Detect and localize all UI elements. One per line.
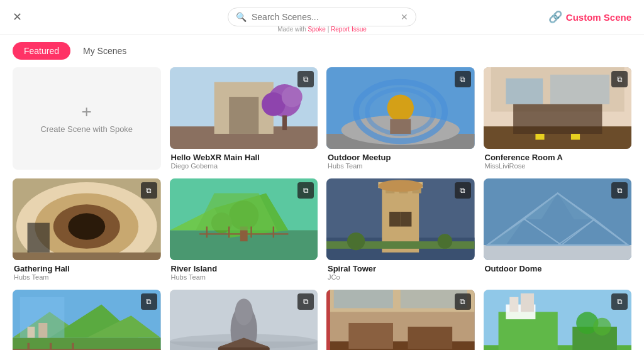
svg-rect-93	[408, 327, 453, 349]
svg-rect-78	[72, 343, 74, 350]
create-scene-card[interactable]: + Create Scene with Spoke	[13, 67, 161, 170]
tab-featured[interactable]: Featured	[13, 42, 70, 60]
svg-rect-19	[550, 75, 609, 104]
create-plus-icon: +	[82, 103, 92, 121]
scene-thumbnail: ⧉	[170, 290, 318, 350]
search-clear-icon[interactable]: ✕	[401, 12, 408, 22]
svg-point-29	[68, 213, 105, 239]
create-scene-label: Create Scene with Spoke	[40, 124, 133, 134]
svg-rect-18	[506, 79, 543, 104]
search-input[interactable]	[252, 12, 401, 22]
spoke-link[interactable]: Spoke	[308, 26, 326, 33]
scene-card[interactable]: ⧉	[326, 290, 475, 350]
scene-thumbnail: ⧉	[326, 67, 475, 149]
svg-point-56	[347, 232, 365, 250]
svg-rect-100	[520, 293, 533, 312]
header: ✕ 🔍 ✕ Made with Spoke | Report Issue 🔗 C…	[0, 0, 644, 35]
scene-info: River IslandHubs Team	[170, 260, 318, 281]
svg-rect-59	[484, 245, 631, 260]
scene-thumbnail: ⧉	[170, 178, 318, 260]
svg-rect-21	[513, 104, 602, 134]
copy-scene-button[interactable]: ⧉	[141, 182, 157, 199]
report-link[interactable]: Report Issue	[331, 26, 367, 33]
scene-thumbnail: ⧉	[326, 290, 475, 350]
scene-thumbnail: ⧉	[326, 178, 475, 260]
copy-scene-button[interactable]: ⧉	[611, 182, 628, 199]
copy-scene-button[interactable]: ⧉	[297, 293, 314, 310]
scene-card[interactable]: ⧉Hello WebXR Main HallDiego Goberna	[170, 67, 318, 170]
close-button[interactable]: ✕	[13, 11, 22, 23]
svg-rect-74	[38, 323, 47, 338]
scene-card[interactable]: ⧉Gathering HallHubs Team	[13, 178, 161, 281]
svg-rect-14	[390, 119, 411, 134]
svg-rect-52	[389, 212, 401, 227]
copy-scene-button[interactable]: ⧉	[611, 71, 628, 87]
svg-rect-23	[570, 134, 579, 139]
svg-rect-92	[348, 323, 393, 349]
scene-info: Hello WebXR Main HallDiego Goberna	[170, 149, 318, 170]
svg-rect-94	[326, 290, 330, 350]
svg-rect-53	[401, 212, 412, 227]
scene-title: River Island	[171, 264, 317, 273]
svg-point-6	[281, 87, 302, 107]
svg-rect-31	[28, 223, 50, 253]
svg-point-83	[235, 298, 252, 325]
close-icon: ✕	[13, 11, 22, 23]
search-bar: 🔍 ✕	[228, 8, 416, 26]
scene-card[interactable]: ⧉	[484, 290, 632, 350]
svg-rect-77	[50, 343, 52, 350]
svg-rect-76	[28, 343, 30, 350]
svg-point-13	[387, 95, 414, 121]
svg-rect-68	[13, 338, 160, 350]
scene-thumbnail: ⧉	[170, 67, 318, 149]
tab-my-scenes[interactable]: My Scenes	[77, 42, 133, 60]
scene-grid-container: + Create Scene with Spoke ⧉Hello WebXR M…	[0, 67, 644, 350]
scene-card[interactable]: ⧉River IslandHubs Team	[170, 178, 318, 281]
scene-author: Hubs Team	[328, 162, 474, 170]
scene-card[interactable]: ⧉	[170, 290, 318, 350]
scene-thumbnail: ⧉	[13, 290, 161, 350]
svg-point-54	[378, 180, 423, 192]
copy-scene-button[interactable]: ⧉	[455, 293, 471, 310]
scene-info: Conference Room AMissLiviRose	[484, 149, 632, 170]
copy-scene-button[interactable]: ⧉	[297, 71, 314, 87]
scene-title: Outdoor Dome	[485, 264, 631, 273]
scene-info: Outdoor MeetupHubs Team	[326, 149, 475, 170]
scene-info: Outdoor Dome	[484, 260, 632, 273]
tabs: Featured My Scenes	[0, 35, 644, 67]
scene-thumbnail: ⧉	[484, 178, 632, 260]
scene-title: Hello WebXR Main Hall	[171, 153, 317, 162]
svg-point-57	[438, 234, 453, 249]
copy-scene-button[interactable]: ⧉	[141, 293, 157, 310]
svg-rect-99	[509, 297, 518, 312]
copy-scene-button[interactable]: ⧉	[455, 182, 471, 199]
svg-rect-22	[535, 134, 544, 139]
svg-rect-3	[229, 97, 258, 134]
scene-author: Diego Goberna	[171, 162, 317, 170]
scene-title: Outdoor Meetup	[328, 153, 474, 162]
custom-scene-button[interactable]: 🔗 Custom Scene	[548, 10, 631, 24]
scene-grid: + Create Scene with Spoke ⧉Hello WebXR M…	[13, 67, 631, 350]
scene-card[interactable]: ⧉Outdoor MeetupHubs Team	[326, 67, 475, 170]
scene-author: JCo	[328, 273, 474, 281]
copy-scene-button[interactable]: ⧉	[611, 293, 628, 310]
copy-scene-button[interactable]: ⧉	[297, 182, 314, 199]
scene-card[interactable]: ⧉	[13, 290, 161, 350]
svg-rect-73	[28, 327, 35, 338]
scene-thumbnail: ⧉	[13, 178, 161, 260]
scene-author: Hubs Team	[14, 273, 160, 281]
scene-card[interactable]: ⧉Outdoor Dome	[484, 178, 632, 281]
custom-scene-icon: 🔗	[548, 10, 562, 24]
scene-title: Conference Room A	[485, 153, 631, 162]
scene-card[interactable]: ⧉Spiral TowerJCo	[326, 178, 475, 281]
scene-info: Gathering HallHubs Team	[13, 260, 161, 281]
svg-rect-30	[13, 253, 160, 260]
svg-rect-89	[334, 290, 393, 308]
scene-author: Hubs Team	[171, 273, 317, 281]
scene-title: Gathering Hall	[14, 264, 160, 273]
scene-card[interactable]: ⧉Conference Room AMissLiviRose	[484, 67, 632, 170]
svg-rect-7	[282, 116, 286, 131]
custom-scene-label: Custom Scene	[566, 12, 631, 23]
copy-scene-button[interactable]: ⧉	[455, 71, 471, 87]
scene-info: Spiral TowerJCo	[326, 260, 475, 281]
